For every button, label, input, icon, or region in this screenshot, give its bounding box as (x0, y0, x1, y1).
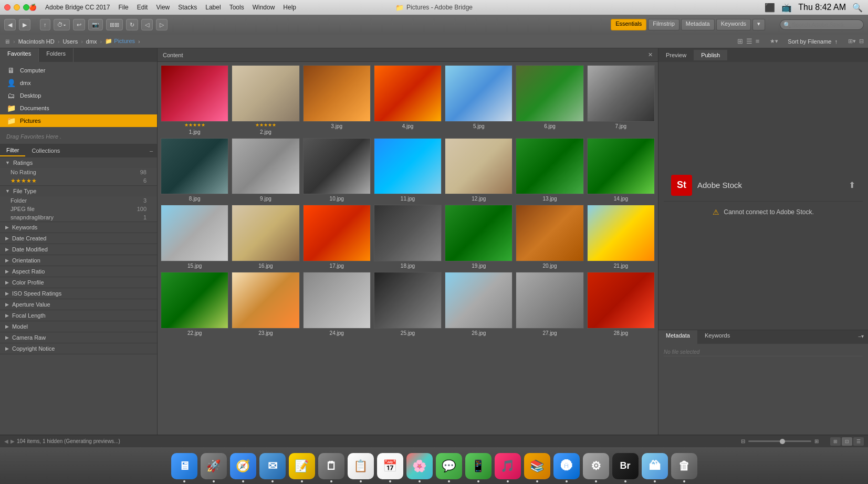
breadcrumb-users[interactable]: Users (62, 38, 78, 45)
dock-item-notes[interactable]: 📝 (289, 453, 315, 479)
dock-item-app-store[interactable]: 🅐 (553, 453, 580, 479)
sort-options[interactable]: ⊞▾ (848, 38, 856, 45)
tab-favorites[interactable]: Favorites (0, 48, 39, 62)
list-item[interactable]: 18.jpg (374, 205, 442, 269)
dock-item-books[interactable]: 📚 (524, 453, 550, 479)
minimize-button[interactable] (14, 4, 20, 10)
tab-publish[interactable]: Publish (694, 50, 727, 60)
zoom-out-icon[interactable]: ⊟ (741, 438, 745, 444)
view-large-grid[interactable]: ⊡ (842, 437, 852, 446)
fav-computer[interactable]: 🖥 Computer (0, 64, 157, 77)
spotlight-icon[interactable]: 🔍 (852, 3, 863, 13)
ws-essentials[interactable]: Essentials (611, 19, 646, 30)
meta-tab-keywords[interactable]: Keywords (697, 330, 737, 344)
list-item[interactable]: 5.jpg (445, 65, 513, 135)
datecreated-header[interactable]: ▶ Date Created (0, 233, 157, 244)
dock-item-desktop[interactable]: 🏔 (642, 453, 668, 479)
list-item[interactable]: 22.jpg (161, 272, 228, 336)
fav-documents[interactable]: 📁 Documents (0, 102, 157, 114)
dock-item-facetime[interactable]: 📱 (465, 453, 491, 479)
menu-file[interactable]: File (118, 4, 128, 11)
sort-direction[interactable]: ↑ (835, 38, 838, 45)
back2-btn[interactable]: ◁ (141, 19, 153, 30)
list-item[interactable]: 20.jpg (516, 205, 583, 269)
list-item[interactable]: 13.jpg (516, 138, 583, 202)
forward2-btn[interactable]: ▷ (156, 19, 168, 30)
rating-5star[interactable]: ★★★★★ 6 (0, 176, 157, 185)
filetype-header[interactable]: ▼ File Type (0, 186, 157, 196)
view-list-icon[interactable]: ☰ (746, 37, 752, 45)
ws-metadata[interactable]: Metadata (681, 19, 715, 30)
list-item[interactable]: 7.jpg (587, 65, 655, 135)
list-item[interactable]: 23.jpg (232, 272, 299, 336)
dock-item-safari[interactable]: 🧭 (230, 453, 256, 479)
list-item[interactable]: 26.jpg (445, 272, 513, 336)
type-snapndrag[interactable]: snapndraglibrary 1 (0, 213, 157, 222)
ws-keywords[interactable]: Keywords (716, 19, 751, 30)
dock-item-launchpad[interactable]: 🚀 (201, 453, 227, 479)
content-close[interactable]: ✕ (648, 51, 653, 58)
view-details-icon[interactable]: ≡ (756, 37, 760, 45)
zoom-slider[interactable] (748, 440, 811, 442)
content-scroll-area[interactable]: ★★★★★1.jpg★★★★★2.jpg3.jpg4.jpg5.jpg6.jpg… (158, 62, 658, 435)
dock-item-messages[interactable]: 💬 (436, 453, 462, 479)
forward-button[interactable]: ▶ (19, 19, 30, 30)
right-arrow-icon[interactable]: ▶ (11, 438, 15, 444)
up-button[interactable]: ↑ (40, 19, 50, 30)
type-jpeg[interactable]: JPEG file 100 (0, 205, 157, 213)
list-item[interactable]: 17.jpg (303, 205, 371, 269)
zoom-thumb[interactable] (780, 439, 785, 444)
list-item[interactable]: 24.jpg (303, 272, 371, 336)
search-input[interactable] (780, 19, 864, 30)
view-grid-icon[interactable]: ⊞ (737, 37, 743, 45)
datemodified-header[interactable]: ▶ Date Modified (0, 244, 157, 255)
list-item[interactable]: 4.jpg (374, 65, 442, 135)
list-item[interactable]: 11.jpg (374, 138, 442, 202)
keywords-header[interactable]: ▶ Keywords (0, 222, 157, 233)
dock-item-finder[interactable]: 🖥 (171, 453, 197, 479)
menu-view[interactable]: View (156, 4, 170, 11)
colorprofile-header[interactable]: ▶ Color Profile (0, 277, 157, 288)
menu-edit[interactable]: Edit (137, 4, 148, 11)
type-folder[interactable]: Folder 3 (0, 196, 157, 205)
list-item[interactable]: 12.jpg (445, 138, 513, 202)
dock-item-reminders[interactable]: 📋 (348, 453, 374, 479)
refresh-btn[interactable]: ↻ (126, 19, 138, 30)
fav-desktop[interactable]: 🗂 Desktop (0, 89, 157, 102)
list-item[interactable]: 3.jpg (303, 65, 371, 135)
model-header[interactable]: ▶ Model (0, 321, 157, 332)
breadcrumb-dmx[interactable]: dmx (86, 38, 97, 45)
list-item[interactable]: 28.jpg (587, 272, 655, 336)
list-item[interactable]: 9.jpg (232, 138, 299, 202)
cameraraw-header[interactable]: ▶ Camera Raw (0, 332, 157, 343)
menu-stacks[interactable]: Stacks (178, 4, 197, 11)
sort-label[interactable]: Sort by Filename (788, 38, 831, 45)
dock-item-music[interactable]: 🎵 (495, 453, 521, 479)
iso-header[interactable]: ▶ ISO Speed Ratings (0, 288, 157, 299)
copyright-header[interactable]: ▶ Copyright Notice (0, 343, 157, 354)
list-item[interactable]: 14.jpg (587, 138, 655, 202)
list-item[interactable]: 15.jpg (161, 205, 228, 269)
dock-item-photos[interactable]: 🌸 (406, 453, 433, 479)
menu-label[interactable]: Label (205, 4, 221, 11)
tab-folders[interactable]: Folders (39, 48, 74, 62)
extra-view-opt[interactable]: ⊟ (859, 38, 864, 45)
close-button[interactable] (4, 4, 11, 10)
apple-menu[interactable]: 🍎 (29, 4, 37, 11)
dock-item-notes2[interactable]: 🗒 (318, 453, 344, 479)
grid-view-btn[interactable]: ⊞⊞ (106, 19, 123, 30)
rating-no-rating[interactable]: No Rating 98 (0, 168, 157, 176)
focal-header[interactable]: ▶ Focal Length (0, 310, 157, 321)
tab-preview[interactable]: Preview (658, 50, 694, 60)
list-item[interactable]: 6.jpg (516, 65, 583, 135)
breadcrumb-arrow[interactable]: › (138, 38, 140, 45)
list-item[interactable]: 25.jpg (374, 272, 442, 336)
reveal-recent[interactable]: ⏱▾ (54, 19, 70, 30)
view-list[interactable]: ☰ (853, 437, 864, 446)
list-item[interactable]: ★★★★★1.jpg (161, 65, 228, 135)
list-item[interactable]: 27.jpg (516, 272, 583, 336)
meta-tab-metadata[interactable]: Metadata (658, 330, 697, 344)
zoom-in-icon[interactable]: ⊞ (814, 438, 819, 444)
dock-item-trash[interactable]: 🗑 (671, 453, 697, 479)
dock-item-adobe-bridge[interactable]: Br (612, 453, 639, 479)
